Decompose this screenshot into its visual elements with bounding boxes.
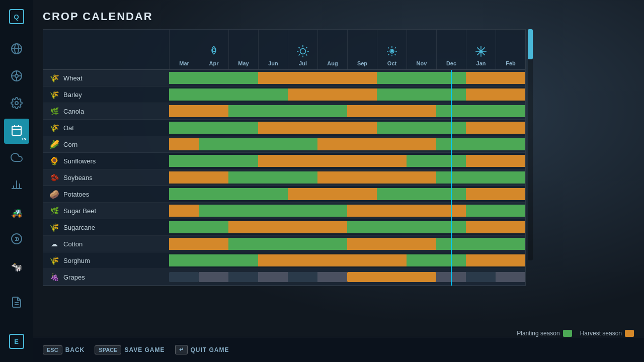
sugarcane-label: 🌾 Sugarcane — [43, 219, 169, 235]
canola-bars — [169, 103, 525, 119]
oat-name: Oat — [63, 124, 74, 132]
sorghum-planting2 — [407, 254, 466, 266]
weather-icon — [11, 151, 23, 166]
soybeans-harvest — [169, 171, 228, 184]
scrollbar-thumb[interactable] — [528, 29, 533, 59]
scrollbar-track[interactable] — [528, 29, 533, 260]
potatoes-icon: 🥔 — [49, 189, 59, 199]
sunflowers-label: 🌻 Sunflowers — [43, 153, 169, 169]
month-dec: Dec — [436, 30, 466, 69]
harvest-color-box — [625, 330, 634, 337]
grapes-seg6 — [317, 272, 347, 282]
barley-icon: 🌾 — [49, 89, 59, 100]
crop-row-oat: 🌾 Oat — [43, 120, 525, 136]
calendar-body: 🌾 Wheat 🌾 — [43, 70, 525, 286]
svg-rect-10 — [12, 126, 21, 135]
month-jan-label: Jan — [476, 60, 486, 66]
sidebar-item-calendar[interactable]: 15 — [4, 119, 29, 144]
crop-calendar: Mar Apr — [43, 29, 526, 286]
e-key-icon: E — [9, 334, 24, 349]
legend-planting: Planting season — [517, 330, 572, 337]
q-icon: Q — [9, 9, 24, 24]
calendar-header: Mar Apr — [43, 30, 525, 70]
sidebar-item-wheel[interactable] — [4, 64, 29, 89]
corn-harvest — [169, 138, 199, 150]
month-nov-label: Nov — [417, 60, 427, 66]
soybeans-bars — [169, 169, 525, 186]
quit-game-button[interactable]: ↵ QUIT GAME — [175, 345, 229, 354]
soybeans-label: 🫘 Soybeans — [43, 169, 169, 186]
oat-planting2 — [377, 122, 466, 134]
month-oct: Oct — [377, 30, 407, 69]
sugarbeet-planting — [199, 205, 347, 217]
oat-bars — [169, 120, 525, 136]
sugar-beet-label: 🌿 Sugar Beet — [43, 203, 169, 219]
wheel-icon — [11, 70, 23, 84]
sugarcane-bars — [169, 219, 525, 235]
sidebar-item-weather[interactable] — [4, 146, 29, 171]
wheat-bars — [169, 70, 525, 86]
barley-harvest2 — [466, 88, 525, 101]
potatoes-harvest — [288, 188, 377, 200]
sidebar-item-docs[interactable] — [4, 291, 29, 316]
legend-harvest: Harvest season — [580, 330, 634, 337]
sunflowers-planting — [169, 155, 258, 167]
sidebar-item-q[interactable]: Q — [4, 4, 29, 29]
month-aug: Aug — [317, 30, 347, 69]
sunflowers-harvest — [258, 155, 407, 167]
sidebar-item-globe[interactable] — [4, 37, 29, 62]
crop-row-cotton: ☁ Cotton — [43, 236, 525, 252]
sugarcane-icon: 🌾 — [49, 222, 59, 232]
month-mar-label: Mar — [179, 60, 189, 66]
main-content: CROP CALENDAR Mar — [33, 0, 644, 362]
corn-icon: 🌽 — [49, 139, 59, 149]
sugarcane-name: Sugarcane — [63, 224, 95, 231]
sidebar-item-settings[interactable] — [4, 92, 29, 117]
esc-key: ESC — [43, 345, 62, 354]
sidebar-item-money[interactable] — [4, 227, 29, 252]
barley-planting — [169, 88, 288, 101]
corn-label: 🌽 Corn — [43, 136, 169, 152]
month-apr-label: Apr — [209, 60, 219, 66]
cotton-planting — [228, 238, 347, 250]
docs-icon — [11, 296, 23, 311]
svg-point-23 — [300, 49, 306, 54]
wheat-name: Wheat — [63, 74, 83, 82]
sugar-beet-name: Sugar Beet — [63, 207, 96, 215]
month-apr: Apr — [199, 30, 228, 69]
grapes-icon: 🍇 — [49, 272, 59, 282]
corn-planting — [199, 138, 317, 150]
oat-icon: 🌾 — [49, 123, 59, 133]
sidebar-item-stats[interactable] — [4, 173, 29, 198]
back-button[interactable]: ESC BACK — [43, 345, 85, 354]
calendar-badge: 15 — [22, 137, 26, 141]
sidebar-item-e[interactable]: E — [4, 329, 29, 354]
soybeans-planting2 — [436, 171, 525, 184]
potatoes-name: Potatoes — [63, 191, 89, 198]
sidebar: Q 15 — [0, 0, 33, 362]
crop-row-sunflowers: 🌻 Sunflowers — [43, 153, 525, 169]
barley-planting2 — [377, 88, 466, 101]
sidebar-item-tractor[interactable]: 🚜 — [4, 200, 29, 225]
canola-harvest2 — [347, 105, 436, 117]
bottom-bar: ESC BACK SPACE SAVE GAME ↵ QUIT GAME — [33, 337, 644, 362]
cotton-name: Cotton — [63, 240, 83, 248]
corn-name: Corn — [63, 141, 77, 148]
svg-point-38 — [480, 50, 482, 52]
sorghum-harvest2 — [466, 254, 525, 266]
barley-bars — [169, 86, 525, 103]
month-dec-label: Dec — [446, 60, 456, 66]
sorghum-icon: 🌾 — [49, 255, 59, 265]
sidebar-item-animals[interactable]: 🐄 — [4, 254, 29, 280]
harvest-season-label: Harvest season — [580, 330, 622, 337]
month-feb: Feb — [496, 30, 525, 69]
month-jan-icon — [474, 44, 488, 58]
grapes-bars — [169, 269, 525, 285]
svg-line-27 — [306, 54, 307, 55]
animal-icon: 🐄 — [11, 261, 22, 273]
save-game-button[interactable]: SPACE SAVE GAME — [95, 345, 165, 354]
grapes-seg9 — [496, 272, 525, 282]
sunflowers-planting2 — [407, 155, 466, 167]
grapes-seg5 — [288, 272, 317, 282]
month-jul-label: Jul — [299, 60, 307, 66]
